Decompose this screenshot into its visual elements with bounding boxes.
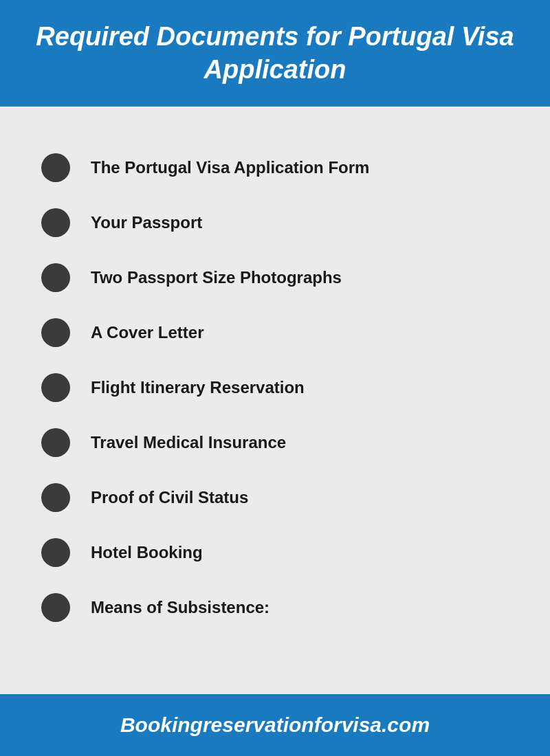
list-item-label: Your Passport <box>91 213 202 232</box>
list-item-label: Means of Subsistence: <box>91 598 270 617</box>
bullet-icon <box>41 373 70 402</box>
list-item-label: Two Passport Size Photographs <box>91 268 342 287</box>
list-item: A Cover Letter <box>41 318 509 347</box>
list-item: Means of Subsistence: <box>41 593 509 622</box>
bullet-icon <box>41 263 70 292</box>
list-item: Flight Itinerary Reservation <box>41 373 509 402</box>
bullet-icon <box>41 153 70 182</box>
main-content: The Portugal Visa Application FormYour P… <box>0 107 550 694</box>
list-item: Proof of Civil Status <box>41 483 509 512</box>
page-header: Required Documents for Portugal Visa App… <box>0 0 550 107</box>
list-item-label: A Cover Letter <box>91 323 204 342</box>
list-item: Hotel Booking <box>41 538 509 567</box>
page-footer: Bookingreservationforvisa.com <box>0 694 550 756</box>
bullet-icon <box>41 483 70 512</box>
bullet-icon <box>41 318 70 347</box>
list-item-label: Hotel Booking <box>91 543 203 562</box>
list-item-label: Travel Medical Insurance <box>91 433 286 452</box>
list-item-label: Proof of Civil Status <box>91 488 248 507</box>
list-item: The Portugal Visa Application Form <box>41 153 509 182</box>
list-item-label: The Portugal Visa Application Form <box>91 158 369 177</box>
list-item-label: Flight Itinerary Reservation <box>91 378 305 397</box>
bullet-icon <box>41 428 70 457</box>
list-item: Travel Medical Insurance <box>41 428 509 457</box>
list-item: Your Passport <box>41 208 509 237</box>
bullet-icon <box>41 538 70 567</box>
list-item: Two Passport Size Photographs <box>41 263 509 292</box>
page-title: Required Documents for Portugal Visa App… <box>28 21 522 86</box>
bullet-icon <box>41 208 70 237</box>
bullet-icon <box>41 593 70 622</box>
footer-url: Bookingreservationforvisa.com <box>28 713 522 737</box>
